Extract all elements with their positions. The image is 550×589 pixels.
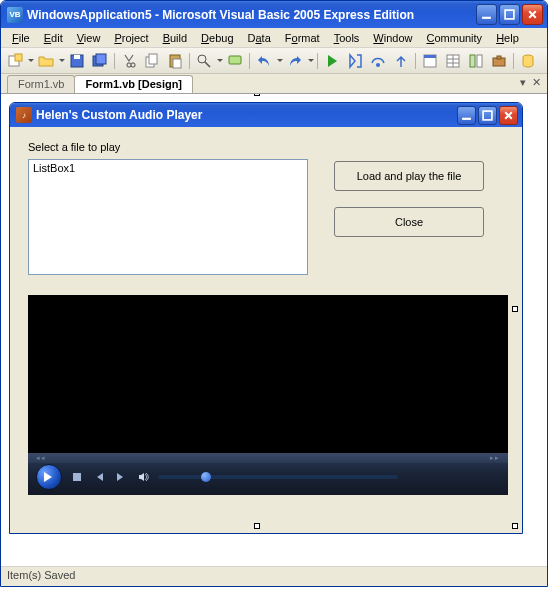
menu-data[interactable]: Data [241,30,278,46]
cut-icon[interactable] [118,50,140,72]
svg-point-12 [198,55,206,63]
listbox-item[interactable]: ListBox1 [33,162,303,174]
ide-window-title: WindowsApplication5 - Microsoft Visual B… [27,8,414,22]
find-icon[interactable] [193,50,215,72]
tab-close-button[interactable]: ✕ [532,76,541,89]
redo-icon[interactable] [284,50,306,72]
svg-rect-9 [149,54,157,64]
toolbox-icon[interactable] [488,50,510,72]
undo-icon[interactable] [253,50,275,72]
properties-window-icon[interactable] [442,50,464,72]
child-close-button[interactable] [499,106,518,125]
media-controls-bar: ◂◂ ▸▸ [28,453,508,495]
media-seek-strip[interactable]: ◂◂ ▸▸ [28,453,508,463]
child-titlebar[interactable]: ♪ Helen's Custom Audio Player [10,103,522,127]
svg-rect-1 [505,10,514,19]
child-app-icon: ♪ [16,107,32,123]
new-project-dropdown[interactable] [27,56,34,65]
tab-list-dropdown[interactable]: ▾ [520,76,526,89]
document-tabs: Form1.vbForm1.vb [Design] ▾ ✕ [1,74,547,94]
resize-handle-right[interactable] [512,306,518,312]
child-window-title: Helen's Custom Audio Player [36,108,202,122]
ide-titlebar[interactable]: VB WindowsApplication5 - Microsoft Visua… [1,1,547,28]
resize-handle-bottom[interactable] [254,523,260,529]
database-explorer-icon[interactable] [517,50,539,72]
svg-rect-7 [96,54,106,64]
status-bar: Item(s) Saved [1,566,547,586]
step-into-icon[interactable] [344,50,366,72]
open-icon[interactable] [35,50,57,72]
ide-window: VB WindowsApplication5 - Microsoft Visua… [0,0,548,587]
volume-slider[interactable] [158,475,398,479]
form-designer-surface[interactable]: ♪ Helen's Custom Audio Player Select a f… [1,94,547,566]
svg-rect-13 [229,56,241,64]
volume-thumb[interactable] [201,472,211,482]
menu-format[interactable]: Format [278,30,327,46]
menu-view[interactable]: View [70,30,108,46]
select-file-label: Select a file to play [28,141,504,153]
seek-back-icon[interactable]: ◂◂ [36,454,46,462]
svg-point-14 [376,63,380,67]
stop-button[interactable] [70,470,84,484]
solution-explorer-icon[interactable] [419,50,441,72]
maximize-button[interactable] [499,4,520,25]
new-project-icon[interactable] [4,50,26,72]
svg-rect-16 [424,55,436,58]
svg-rect-18 [470,55,475,67]
menu-community[interactable]: Community [419,30,489,46]
next-track-button[interactable] [114,470,128,484]
open-dropdown[interactable] [58,56,65,65]
menu-edit[interactable]: Edit [37,30,70,46]
menu-project[interactable]: Project [107,30,155,46]
child-form-window[interactable]: ♪ Helen's Custom Audio Player Select a f… [9,102,523,534]
menu-tools[interactable]: Tools [327,30,367,46]
prev-track-button[interactable] [92,470,106,484]
redo-dropdown[interactable] [307,56,314,65]
copy-icon[interactable] [141,50,163,72]
svg-rect-3 [15,54,22,61]
close-button[interactable] [522,4,543,25]
child-form-body[interactable]: Select a file to play ListBox1 Load and … [10,127,522,533]
file-listbox[interactable]: ListBox1 [28,159,308,275]
mute-button[interactable] [136,470,150,484]
close-form-button[interactable]: Close [334,207,484,237]
start-debug-icon[interactable] [321,50,343,72]
svg-rect-23 [462,117,471,119]
svg-rect-25 [73,473,81,481]
svg-rect-5 [74,55,80,59]
menu-window[interactable]: Window [366,30,419,46]
resize-handle-corner[interactable] [512,523,518,529]
step-out-icon[interactable] [390,50,412,72]
object-browser-icon[interactable] [465,50,487,72]
save-all-icon[interactable] [89,50,111,72]
app-icon: VB [7,7,23,23]
paste-icon[interactable] [164,50,186,72]
svg-rect-0 [482,17,491,19]
child-minimize-button[interactable] [457,106,476,125]
svg-rect-11 [173,59,181,68]
menu-help[interactable]: Help [489,30,526,46]
svg-rect-21 [497,56,501,59]
status-text: Item(s) Saved [7,569,75,581]
doc-tab[interactable]: Form1.vb [7,75,75,93]
child-maximize-button[interactable] [478,106,497,125]
menu-bar: FileEditViewProjectBuildDebugDataFormatT… [1,28,547,48]
svg-rect-19 [477,55,482,67]
menu-file[interactable]: File [5,30,37,46]
save-icon[interactable] [66,50,88,72]
main-toolbar [1,48,547,74]
step-over-icon[interactable] [367,50,389,72]
find-dropdown[interactable] [216,56,223,65]
menu-debug[interactable]: Debug [194,30,240,46]
undo-dropdown[interactable] [276,56,283,65]
doc-tab[interactable]: Form1.vb [Design] [74,75,193,93]
load-play-button[interactable]: Load and play the file [334,161,484,191]
minimize-button[interactable] [476,4,497,25]
media-player-control[interactable]: ◂◂ ▸▸ [28,295,508,495]
seek-fwd-icon[interactable]: ▸▸ [490,454,500,462]
resize-handle-top[interactable] [254,94,260,96]
menu-build[interactable]: Build [156,30,194,46]
svg-rect-24 [483,111,492,120]
play-button[interactable] [36,464,62,490]
comment-icon[interactable] [224,50,246,72]
